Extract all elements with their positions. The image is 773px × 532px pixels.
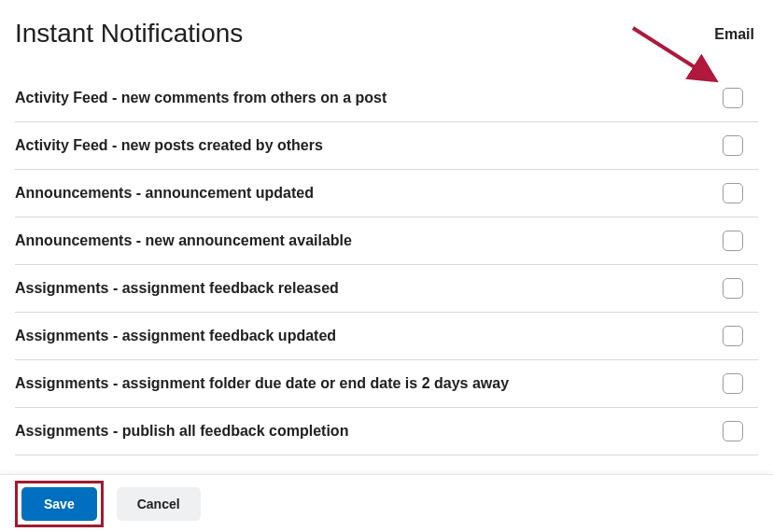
email-checkbox[interactable] xyxy=(723,421,743,441)
email-column-header: Email xyxy=(714,26,758,43)
notification-row: Activity Feed - new posts created by oth… xyxy=(15,122,758,170)
notification-label: Assignments - assignment feedback update… xyxy=(15,328,336,344)
cancel-button[interactable]: Cancel xyxy=(117,487,201,521)
notification-row: Activity Feed - new comments from others… xyxy=(15,75,758,122)
footer-bar: Save Cancel xyxy=(0,474,773,532)
notification-label: Announcements - new announcement availab… xyxy=(15,232,352,249)
notification-label: Activity Feed - new posts created by oth… xyxy=(15,137,323,154)
notification-row: Assignments - assignment folder due date… xyxy=(15,360,758,408)
email-checkbox[interactable] xyxy=(723,326,743,346)
email-checkbox[interactable] xyxy=(723,373,743,394)
notification-label: Activity Feed - new comments from others… xyxy=(15,90,386,106)
notification-row: Assignments - assignment feedback update… xyxy=(15,313,758,360)
notification-row: Announcements - new announcement availab… xyxy=(15,217,758,265)
notification-label: Assignments - assignment folder due date… xyxy=(15,375,509,392)
notification-row: Assignments - assignment feedback releas… xyxy=(15,265,758,313)
notification-label: Announcements - announcement updated xyxy=(15,185,314,202)
email-checkbox[interactable] xyxy=(723,183,743,203)
notification-row: Assignments - publish all feedback compl… xyxy=(15,408,758,455)
save-button[interactable]: Save xyxy=(21,487,97,521)
notification-label: Assignments - assignment feedback releas… xyxy=(15,280,339,297)
email-checkbox[interactable] xyxy=(723,135,743,156)
email-checkbox[interactable] xyxy=(723,231,743,251)
email-checkbox[interactable] xyxy=(723,88,743,108)
notification-label: Assignments - publish all feedback compl… xyxy=(15,423,348,440)
page-title: Instant Notifications xyxy=(15,19,243,49)
email-checkbox[interactable] xyxy=(723,278,743,299)
save-button-highlight: Save xyxy=(15,481,104,527)
notification-row: Announcements - announcement updated xyxy=(15,170,758,217)
